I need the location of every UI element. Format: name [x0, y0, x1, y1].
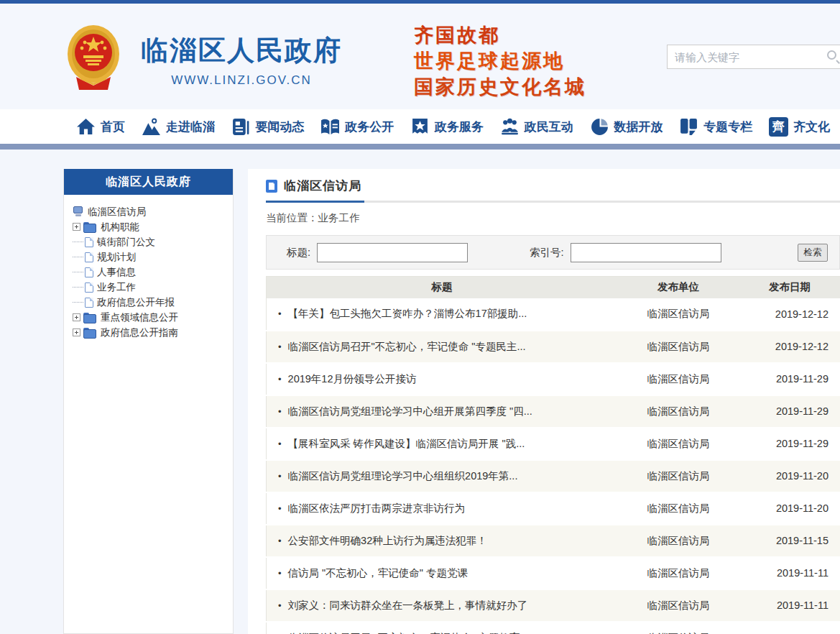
breadcrumb-current[interactable]: 业务工作 [318, 212, 360, 224]
expand-plus-icon[interactable] [73, 313, 80, 321]
expand-plus-icon[interactable] [73, 329, 80, 336]
article-title-link[interactable]: 临淄区依法严厉打击两宗进京非访行为 [288, 502, 466, 514]
publish-date: 2019-11-11 [739, 557, 840, 589]
filter-title-input[interactable] [317, 243, 468, 262]
publish-unit: 临淄区信访局 [617, 557, 739, 589]
sidebar: 临淄区人民政府 临淄区信访局 机构职能 镇街部门公文 规划计划 [63, 169, 234, 634]
pie-chart-icon [590, 117, 609, 137]
sidebar-item-jigouzhineng[interactable]: 机构职能 [73, 219, 227, 234]
bullet-icon: • [278, 438, 282, 449]
folder-icon [83, 222, 96, 231]
filter-index-label: 索引号: [530, 246, 564, 259]
table-row[interactable]: •刘家义：同来访群众坐在一条板凳上，事情就好办了 临淄区信访局 2019-11-… [267, 589, 840, 622]
sidebar-item-gongkai-zhinan[interactable]: 政府信息公开指南 [73, 325, 227, 340]
nav-label: 数据开放 [614, 119, 663, 135]
qi-character-icon: 齊 [769, 117, 788, 137]
bullet-icon: • [278, 600, 282, 611]
article-title-link[interactable]: 信访局 "不忘初心，牢记使命" 专题党课 [288, 567, 468, 579]
main-nav: 首页 走进临淄 要闻动态 政务公开 政务服务 政民互动 数据开放 专题专栏 [0, 109, 840, 144]
table-row[interactable]: •临淄区依法严厉打击两宗进京非访行为 临淄区信访局 2019-11-20 [267, 492, 840, 525]
section-title-row: 临淄区信访局 [266, 178, 840, 201]
tree-connector [73, 287, 83, 288]
article-title-link[interactable]: 公安部文件明确32种上访行为属违法犯罪！ [288, 535, 487, 546]
tree-label: 人事信息 [97, 266, 136, 279]
nav-item-gov-info[interactable]: 政务公开 [320, 117, 394, 137]
site-title-block: 临淄区人民政府 WWW.LINZI.GOV.CN [134, 32, 349, 88]
table-row[interactable]: •信访局 "不忘初心，牢记使命" 专题党课 临淄区信访局 2019-11-11 [267, 557, 840, 589]
nav-item-home[interactable]: 首页 [76, 117, 125, 137]
nav-label: 首页 [101, 119, 125, 135]
nav-item-gov-service[interactable]: 政务服务 [410, 117, 484, 137]
table-row[interactable]: •临淄区信访局党组理论学习中心组开展第四季度 "四... 临淄区信访局 2019… [267, 395, 840, 428]
filter-search-button[interactable]: 检索 [798, 244, 828, 262]
tree-root-item[interactable]: 临淄区信访局 [73, 204, 227, 219]
news-icon [231, 117, 251, 137]
sidebar-item-zhongdian-lingyu[interactable]: 重点领域信息公开 [73, 310, 227, 325]
tree-connector [73, 302, 83, 303]
nav-label: 走进临淄 [166, 119, 215, 135]
publish-unit: 临淄区信访局 [617, 622, 739, 634]
article-title-link[interactable]: 【年关】包工头拖欠工资咋办？淄博公布17部援助... [288, 308, 527, 319]
sidebar-item-gongkai-nianbao[interactable]: 政府信息公开年报 [73, 295, 227, 310]
tree-connector [73, 242, 83, 242]
search-icon[interactable] [827, 50, 840, 63]
nav-item-open-data[interactable]: 数据开放 [590, 117, 663, 137]
nav-label: 齐文化 [793, 119, 830, 135]
publish-date: 2019-11-29 [739, 363, 840, 395]
publish-unit: 临淄区信访局 [617, 331, 739, 363]
bullet-icon: • [278, 471, 282, 482]
bullet-icon: • [278, 341, 282, 352]
folder-icon [83, 328, 96, 337]
article-title-link[interactable]: 2019年12月份领导公开接访 [288, 373, 417, 385]
article-title-link[interactable]: 临淄区信访局召开"不忘初心，牢记使命 "专题民主... [288, 341, 526, 352]
document-icon [85, 267, 93, 277]
publish-unit: 临淄区信访局 [617, 363, 739, 395]
nav-item-special-columns[interactable]: 专题专栏 [679, 117, 752, 137]
publish-unit: 临淄区信访局 [617, 492, 739, 525]
sidebar-item-zhenjie-gongwen[interactable]: 镇街部门公文 [73, 234, 227, 249]
table-row[interactable]: •公安部文件明确32种上访行为属违法犯罪！ 临淄区信访局 2019-11-15 [267, 525, 840, 557]
article-title-link[interactable]: 临淄区信访局开展 "不忘初心、牢记使命" 主题教育... [288, 632, 529, 634]
tree-label: 机构职能 [101, 221, 139, 234]
expand-plus-icon[interactable] [73, 223, 80, 231]
open-book-icon [320, 117, 340, 137]
breadcrumb-label: 当前位置： [266, 212, 318, 224]
star-badge-icon [410, 117, 430, 137]
table-row[interactable]: •临淄区信访局党组理论学习中心组组织2019年第... 临淄区信访局 2019-… [267, 460, 840, 492]
table-row[interactable]: •【展科室风采 铸作风建设】临淄区信访局开展 "践... 临淄区信访局 2019… [267, 428, 840, 460]
bullet-icon: • [278, 568, 282, 579]
article-title-link[interactable]: 【展科室风采 铸作风建设】临淄区信访局开展 "践... [288, 438, 525, 449]
publish-date: 2019-12-12 [739, 331, 840, 363]
publish-unit: 临淄区信访局 [617, 589, 739, 622]
main-content: 临淄区信访局 当前位置：业务工作 标题: 索引号: 检索 标题 发布单位 发布日… [248, 169, 840, 634]
document-icon [85, 252, 93, 262]
sidebar-item-guihuajihua[interactable]: 规划计划 [73, 249, 227, 265]
nav-item-interaction[interactable]: 政民互动 [500, 117, 573, 137]
site-search-input[interactable] [675, 45, 818, 68]
blue-document-icon [266, 180, 277, 193]
table-row[interactable]: •临淄区信访局开展 "不忘初心、牢记使命" 主题教育... 临淄区信访局 201… [267, 622, 840, 634]
tree-root-label: 临淄区信访局 [88, 206, 146, 219]
article-title-link[interactable]: 刘家义：同来访群众坐在一条板凳上，事情就好办了 [288, 599, 528, 611]
article-table: 标题 发布单位 发布日期 •【年关】包工头拖欠工资咋办？淄博公布17部援助...… [266, 276, 840, 634]
publish-date: 2019-12-12 [739, 298, 840, 331]
nav-item-qi-culture[interactable]: 齊 齐文化 [769, 117, 830, 137]
table-row[interactable]: •临淄区信访局召开"不忘初心，牢记使命 "专题民主... 临淄区信访局 2019… [267, 331, 840, 363]
breadcrumb: 当前位置：业务工作 [266, 211, 840, 225]
publish-date: 2019-11-20 [739, 460, 840, 492]
nav-label: 要闻动态 [256, 119, 305, 135]
filter-bar: 标题: 索引号: 检索 [266, 235, 840, 270]
nav-item-news[interactable]: 要闻动态 [231, 117, 305, 137]
nav-label: 政务服务 [435, 119, 484, 135]
table-row[interactable]: •【年关】包工头拖欠工资咋办？淄博公布17部援助... 临淄区信访局 2019-… [267, 298, 840, 331]
nav-item-about[interactable]: 走进临淄 [142, 117, 215, 137]
filter-index-input[interactable] [571, 243, 721, 262]
sidebar-item-yewugongzuo[interactable]: 业务工作 [73, 280, 227, 295]
article-title-link[interactable]: 临淄区信访局党组理论学习中心组开展第四季度 "四... [288, 405, 532, 417]
article-title-link[interactable]: 临淄区信访局党组理论学习中心组组织2019年第... [288, 470, 518, 482]
table-row[interactable]: •2019年12月份领导公开接访 临淄区信访局 2019-11-29 [267, 363, 840, 395]
section-title: 临淄区信访局 [284, 178, 361, 194]
sidebar-item-renshixinxi[interactable]: 人事信息 [73, 265, 227, 280]
document-icon [85, 237, 93, 247]
site-header: 临淄区人民政府 WWW.LINZI.GOV.CN 齐国故都 世界足球起源地 国家… [0, 4, 840, 109]
